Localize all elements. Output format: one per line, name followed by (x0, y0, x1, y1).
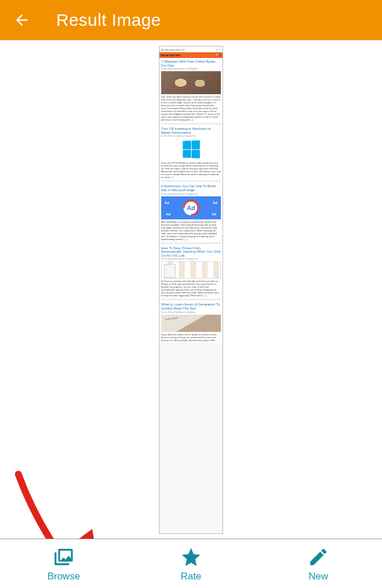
rate-label: Rate (181, 571, 201, 582)
article-meta: Oct 3rd, 2019 by Guest Poster in Compute… (161, 193, 221, 195)
article-meta: Oct 4th, 2019 by Guest Author in Cool We… (161, 68, 221, 70)
ad-icon: Ad (165, 201, 169, 204)
mini-url: online-tech-tips.com (164, 48, 216, 51)
windows-icon (183, 141, 200, 158)
rate-button[interactable]: Rate (127, 539, 255, 588)
new-label: New (309, 571, 328, 582)
article-title: What Is Lorem Ipsum & Generators To Quic… (161, 303, 221, 310)
new-button[interactable]: New (255, 539, 382, 588)
article-item: How To Stop iTunes From Automatically Op… (159, 245, 223, 299)
no-ad-icon: Ad (184, 200, 198, 215)
article-image (161, 261, 221, 278)
ad-icon: Ad (166, 212, 170, 216)
article-item: 7 Websites With Free Online Books For Ki… (159, 58, 223, 122)
image-icon (53, 546, 75, 568)
tabs-icon: ▢ (216, 48, 219, 51)
mini-site-header: ONLINE TECH TIPS 🔍 ≡ (159, 52, 223, 58)
article-body: If you turn off the Windows search index… (161, 161, 221, 179)
article-item: 6 Extensions You Can Use To Block Ads In… (159, 183, 223, 241)
lock-icon: 🔒 (161, 48, 163, 51)
article-body: If iTunes is opening automatically each … (161, 280, 221, 297)
ad-icon: Ad (212, 212, 216, 216)
article-title: Turn Off Indexing in Windows for Better … (161, 127, 221, 134)
article-image (161, 315, 221, 332)
star-icon (180, 546, 202, 568)
more-icon: ⋮ (219, 48, 221, 51)
article-meta: Oct 4th, 2019 by The Editor in Computer … (161, 135, 221, 137)
article-item: Turn Off Indexing in Windows for Better … (159, 125, 223, 180)
article-image (161, 138, 221, 160)
article-meta: Oct 3rd, 2019 by Guest Author in Compute… (161, 258, 221, 260)
annotation-arrow-icon (7, 470, 99, 539)
divider (161, 299, 221, 300)
article-body: Microsoft Edge is currently considered t… (161, 220, 221, 241)
divider (161, 181, 221, 181)
site-logo: ONLINE TECH TIPS (161, 54, 180, 57)
article-title: 6 Extensions You Can Use To Block Ads In… (161, 184, 221, 192)
app-header: Result Image (0, 0, 382, 40)
arrow-left-icon (13, 11, 30, 29)
article-title: How To Stop iTunes From Automatically Op… (161, 246, 221, 258)
pencil-icon (307, 546, 329, 568)
back-button[interactable] (10, 9, 33, 32)
bottom-toolbar: Browse Rate New (0, 539, 382, 588)
browse-label: Browse (48, 571, 80, 582)
mini-browser-bar: 🔒 online-tech-tips.com ▢ ⋮ (159, 47, 223, 52)
browse-button[interactable]: Browse (0, 539, 127, 588)
site-icons: 🔍 ≡ (216, 53, 221, 57)
article-meta: Oct 3rd, 2019 by The Editor in Cool Webs… (161, 311, 221, 314)
divider (161, 123, 221, 124)
article-image (161, 71, 221, 94)
ad-icon: Ad (213, 201, 217, 204)
result-image[interactable]: 🔒 online-tech-tips.com ▢ ⋮ ONLINE TECH T… (159, 46, 223, 534)
article-image: Ad Ad Ad Ad Ad (161, 196, 221, 219)
result-preview-area: 🔒 online-tech-tips.com ▢ ⋮ ONLINE TECH T… (0, 40, 382, 539)
article-title: 7 Websites With Free Online Books For Ki… (161, 60, 221, 67)
page-title: Result Image (56, 10, 161, 30)
article-body: If you deal with written text or design … (161, 333, 221, 342)
article-body: One of the proudest moments of my short … (161, 95, 221, 121)
article-item: What Is Lorem Ipsum & Generators To Quic… (159, 301, 223, 342)
divider (161, 243, 221, 243)
